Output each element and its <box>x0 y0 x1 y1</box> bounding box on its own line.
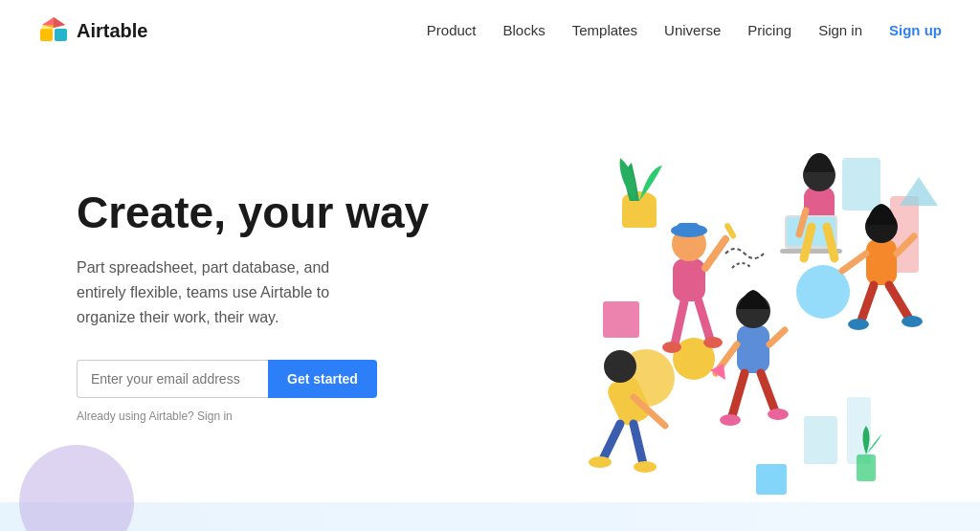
hero-illustration <box>479 100 976 512</box>
hero-left: Create, your way Part spreadsheet, part … <box>77 188 479 423</box>
svg-point-42 <box>902 316 923 327</box>
email-input[interactable] <box>77 360 268 398</box>
svg-rect-1 <box>55 29 67 41</box>
nav-link-signin[interactable]: Sign in <box>818 22 862 38</box>
bottom-strip <box>0 502 980 531</box>
svg-rect-0 <box>40 29 53 41</box>
svg-point-41 <box>848 319 869 330</box>
svg-marker-7 <box>900 177 938 206</box>
nav-item-signin[interactable]: Sign in <box>818 22 862 39</box>
svg-rect-43 <box>737 325 769 373</box>
nav-item-templates[interactable]: Templates <box>572 22 637 39</box>
svg-point-51 <box>768 409 789 420</box>
svg-point-57 <box>589 456 612 468</box>
svg-line-56 <box>634 424 643 464</box>
svg-rect-59 <box>857 454 876 481</box>
nav-link-templates[interactable]: Templates <box>572 22 637 38</box>
logo[interactable]: Airtable <box>38 15 147 46</box>
nav-item-universe[interactable]: Universe <box>664 22 721 39</box>
navbar: Airtable Product Blocks Templates Univer… <box>0 0 980 61</box>
nav-item-blocks[interactable]: Blocks <box>503 22 546 39</box>
nav-links: Product Blocks Templates Universe Pricin… <box>427 22 942 39</box>
svg-line-48 <box>732 373 745 416</box>
svg-rect-4 <box>42 25 54 30</box>
svg-rect-5 <box>842 158 880 210</box>
hero-title: Create, your way <box>77 188 479 237</box>
svg-line-49 <box>761 373 775 411</box>
svg-point-26 <box>703 337 723 348</box>
nav-link-pricing[interactable]: Pricing <box>747 22 791 38</box>
nav-link-signup[interactable]: Sign up <box>889 22 942 38</box>
svg-rect-35 <box>866 239 897 285</box>
svg-point-58 <box>634 461 657 473</box>
nav-link-universe[interactable]: Universe <box>664 22 721 38</box>
svg-line-46 <box>769 330 785 344</box>
svg-rect-20 <box>677 223 700 233</box>
svg-rect-10 <box>603 301 639 338</box>
already-using-text: Already using Airtable? Sign in <box>77 409 479 423</box>
svg-line-39 <box>861 285 874 321</box>
svg-line-55 <box>603 424 620 459</box>
nav-link-blocks[interactable]: Blocks <box>503 22 546 38</box>
svg-marker-3 <box>54 17 65 28</box>
hero-right <box>479 80 976 531</box>
email-row: Get started <box>77 360 479 398</box>
svg-rect-17 <box>673 258 705 301</box>
svg-line-40 <box>889 285 909 319</box>
svg-point-53 <box>604 350 636 383</box>
nav-item-signup[interactable]: Sign up <box>889 22 942 39</box>
nav-item-product[interactable]: Product <box>427 22 477 39</box>
logo-text: Airtable <box>77 20 147 42</box>
svg-rect-8 <box>804 416 837 464</box>
logo-icon <box>38 15 69 46</box>
svg-point-50 <box>720 414 741 426</box>
nav-link-product[interactable]: Product <box>427 22 477 38</box>
svg-line-23 <box>675 301 684 344</box>
svg-line-37 <box>842 254 866 271</box>
svg-line-21 <box>705 239 725 268</box>
svg-rect-12 <box>756 464 787 495</box>
get-started-button[interactable]: Get started <box>268 360 377 398</box>
hero-subtitle: Part spreadsheet, part database, and ent… <box>77 255 383 329</box>
svg-line-24 <box>699 301 710 340</box>
hero-section: Create, your way Part spreadsheet, part … <box>0 61 980 531</box>
svg-point-25 <box>662 342 681 353</box>
nav-item-pricing[interactable]: Pricing <box>747 22 791 39</box>
